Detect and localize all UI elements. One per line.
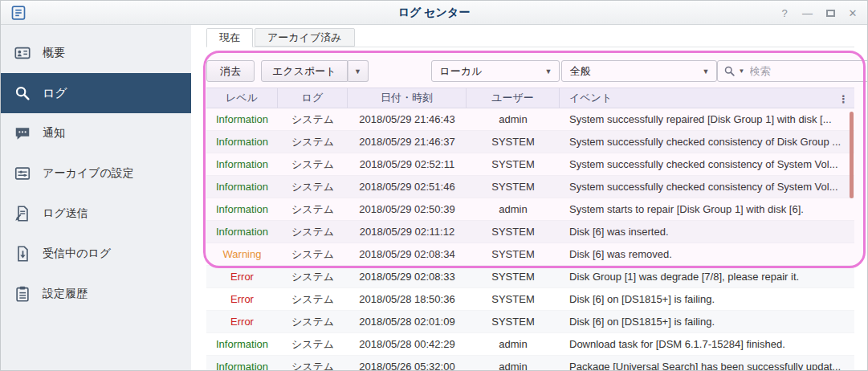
archive-settings-icon <box>13 164 32 183</box>
table-row[interactable]: Warningシステム2018/05/29 02:08:34SYSTEMDisk… <box>206 243 854 266</box>
sidebar-item-settings-history[interactable]: 設定履歴 <box>1 274 191 314</box>
table-row[interactable]: Informationシステム2018/05/29 21:46:37SYSTEM… <box>206 131 854 153</box>
cell-event: Disk [6] was inserted. <box>560 221 854 243</box>
cell-datetime: 2018/05/29 02:08:34 <box>348 243 467 265</box>
sidebar-item-label: アーカイブの設定 <box>43 166 134 181</box>
column-menu-icon[interactable]: ⋮ <box>834 88 853 109</box>
cell-user: admin <box>467 198 560 220</box>
cell-level: Warning <box>206 243 278 265</box>
cell-log: システム <box>278 108 348 130</box>
table-row[interactable]: Informationシステム2018/05/29 02:51:46SYSTEM… <box>206 176 854 198</box>
sidebar-item-overview[interactable]: 概要 <box>1 33 191 73</box>
column-header-event[interactable]: イベント <box>560 88 854 108</box>
export-button[interactable]: エクスポート <box>261 60 348 82</box>
cell-datetime: 2018/05/29 02:08:33 <box>348 266 467 287</box>
cell-datetime: 2018/05/26 05:32:00 <box>348 356 467 371</box>
sidebar-nav: 概要ログ通知アーカイブの設定ログ送信受信中のログ設定履歴 <box>1 25 191 371</box>
toolbar: 消去 エクスポート ▼ ローカル ▼ 全般 ▼ ▼ <box>206 60 854 82</box>
source-dropdown-value: ローカル <box>440 64 483 79</box>
table-row[interactable]: Informationシステム2018/05/29 02:50:39adminS… <box>206 198 854 221</box>
cell-log: システム <box>278 356 348 371</box>
tab-current[interactable]: 現在 <box>206 28 253 47</box>
chevron-down-icon: ▼ <box>739 67 745 75</box>
cell-log: システム <box>278 221 348 243</box>
tab-strip: 現在アーカイブ済み <box>206 28 854 47</box>
cell-user: SYSTEM <box>467 221 560 243</box>
table-row[interactable]: Informationシステム2018/05/29 02:52:11SYSTEM… <box>206 153 854 176</box>
vertical-scrollbar[interactable] <box>850 112 854 198</box>
sidebar-item-send-log[interactable]: ログ送信 <box>1 194 191 234</box>
sidebar-item-log[interactable]: ログ <box>1 73 191 113</box>
main-panel: 現在アーカイブ済み 消去 エクスポート ▼ ローカル ▼ 全般 ▼ <box>191 25 867 371</box>
source-dropdown[interactable]: ローカル ▼ <box>431 60 560 82</box>
cell-event: System successfully repaired [Disk Group… <box>560 108 854 130</box>
cell-event: System starts to repair [Disk Group 1] w… <box>560 198 854 220</box>
cell-event: Package [Universal Search] has been succ… <box>560 356 854 371</box>
cell-user: SYSTEM <box>467 311 560 332</box>
cell-log: システム <box>278 333 348 355</box>
column-header-log[interactable]: ログ <box>278 88 348 108</box>
export-dropdown-button[interactable]: ▼ <box>348 60 369 82</box>
cell-event: Disk [6] on [DS1815+] is failing. <box>560 288 854 310</box>
maximize-icon <box>826 10 835 17</box>
cell-datetime: 2018/05/29 02:51:46 <box>348 176 467 198</box>
column-header-user[interactable]: ユーザー <box>467 88 560 108</box>
log-center-app-icon <box>10 5 26 21</box>
category-dropdown[interactable]: 全般 ▼ <box>561 60 717 82</box>
sidebar-item-label: 通知 <box>43 126 65 141</box>
window-title: ログ センター <box>1 6 867 20</box>
clear-button[interactable]: 消去 <box>206 60 255 82</box>
help-button[interactable]: ? <box>780 7 789 19</box>
category-dropdown-value: 全般 <box>570 64 591 79</box>
sidebar-item-notification[interactable]: 通知 <box>1 113 191 153</box>
minimize-button[interactable]: — <box>802 7 813 19</box>
chevron-down-icon: ▼ <box>354 67 361 75</box>
table-row[interactable]: Errorシステム2018/05/29 02:08:33SYSTEMDisk G… <box>206 266 854 288</box>
cell-event: System successfully checked consistency … <box>560 131 854 153</box>
chevron-down-icon: ▼ <box>545 67 552 75</box>
cell-user: SYSTEM <box>467 131 560 153</box>
cell-event: System successfully checked consistency … <box>560 153 854 175</box>
chevron-down-icon: ▼ <box>703 67 710 75</box>
search-icon <box>723 65 736 80</box>
cell-event: System successfully checked consistency … <box>560 176 854 198</box>
send-log-icon <box>13 204 32 223</box>
cell-log: システム <box>278 288 348 310</box>
cell-level: Information <box>206 356 278 371</box>
cell-level: Information <box>206 153 278 175</box>
tab-archived[interactable]: アーカイブ済み <box>255 28 355 47</box>
cell-level: Information <box>206 198 278 220</box>
search-box: ▼ <box>717 60 868 82</box>
table-row[interactable]: Informationシステム2018/05/29 21:46:43adminS… <box>206 108 854 131</box>
table-row[interactable]: Informationシステム2018/05/26 05:32:00adminP… <box>206 356 854 371</box>
cell-log: システム <box>278 243 348 265</box>
table-body: Informationシステム2018/05/29 21:46:43adminS… <box>206 108 854 371</box>
cell-event: Download task for [DSM 6.1.7-15284] fini… <box>560 333 854 355</box>
maximize-button[interactable] <box>825 7 835 19</box>
close-button[interactable]: ✕ <box>848 7 858 19</box>
cell-log: システム <box>278 198 348 220</box>
export-split-button: エクスポート ▼ <box>261 60 369 82</box>
sidebar-item-label: ログ <box>43 86 67 101</box>
table-row[interactable]: Errorシステム2018/05/28 18:50:36SYSTEMDisk [… <box>206 288 854 311</box>
cell-level: Information <box>206 176 278 198</box>
cell-level: Information <box>206 108 278 130</box>
column-header-level[interactable]: レベル <box>206 88 278 108</box>
cell-datetime: 2018/05/28 00:42:29 <box>348 333 467 355</box>
cell-level: Error <box>206 288 278 310</box>
log-search-icon <box>13 84 32 103</box>
sidebar-item-archive-settings[interactable]: アーカイブの設定 <box>1 153 191 194</box>
column-header-datetime[interactable]: 日付・時刻 <box>348 88 467 108</box>
sidebar-item-receiving-log[interactable]: 受信中のログ <box>1 234 191 274</box>
cell-datetime: 2018/05/29 21:46:43 <box>348 108 467 130</box>
cell-user: SYSTEM <box>467 153 560 175</box>
cell-user: admin <box>467 333 560 355</box>
app-body: 概要ログ通知アーカイブの設定ログ送信受信中のログ設定履歴 現在アーカイブ済み 消… <box>1 25 867 371</box>
table-row[interactable]: Informationシステム2018/05/28 00:42:29adminD… <box>206 333 854 356</box>
table-row[interactable]: Informationシステム2018/05/29 02:11:12SYSTEM… <box>206 221 854 243</box>
cell-event: Disk Group [1] was degrade [7/8], please… <box>560 266 854 287</box>
settings-history-icon <box>13 284 32 304</box>
titlebar: ログ センター ? — ✕ <box>1 1 867 25</box>
table-row[interactable]: Errorシステム2018/05/28 02:01:09SYSTEMDisk [… <box>206 311 854 333</box>
cell-level: Information <box>206 333 278 355</box>
